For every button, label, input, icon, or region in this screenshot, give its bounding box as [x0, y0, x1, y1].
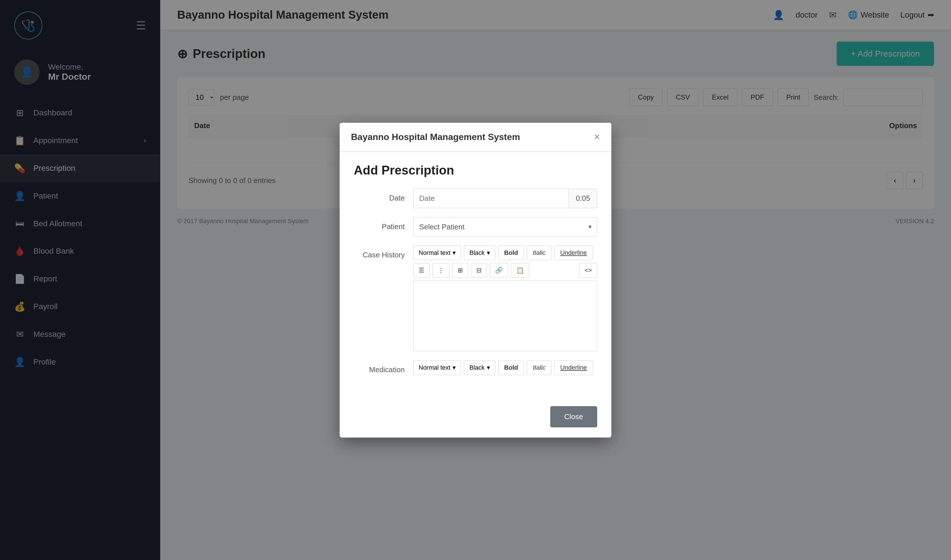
modal-close-button[interactable]: ×: [594, 132, 600, 142]
color-dropdown[interactable]: Black ▾: [464, 246, 495, 260]
case-history-icon-toolbar: ☰ ⋮ ⊞ ⊟ 🔗 📋 <>: [413, 263, 597, 278]
dropdown-arrow-icon: ▾: [487, 364, 490, 371]
modal-footer: Close: [340, 398, 611, 437]
link-icon[interactable]: 🔗: [490, 263, 508, 278]
bold-button[interactable]: Bold: [498, 246, 524, 260]
date-row: Date 0:05: [354, 189, 597, 208]
medication-text-format-dropdown[interactable]: Normal text ▾: [413, 360, 461, 375]
medication-italic-button[interactable]: Italic: [527, 360, 551, 375]
dropdown-arrow-icon: ▾: [453, 364, 456, 371]
patient-select[interactable]: Select Patient: [413, 217, 597, 237]
case-history-editor[interactable]: [413, 280, 597, 351]
underline-button[interactable]: Underline: [554, 246, 593, 260]
dropdown-arrow-icon: ▾: [453, 249, 456, 257]
patient-label: Patient: [354, 217, 405, 231]
case-history-row: Case History Normal text ▾ Black ▾ Bold: [354, 246, 597, 351]
clipboard-icon[interactable]: 📋: [511, 263, 529, 278]
modal: Bayanno Hospital Management System × Add…: [340, 123, 611, 437]
text-format-dropdown[interactable]: Normal text ▾: [413, 246, 461, 260]
indent-increase-icon[interactable]: ⊞: [452, 263, 468, 278]
medication-bold-button[interactable]: Bold: [498, 360, 524, 375]
ordered-list-icon[interactable]: ⋮: [433, 263, 450, 278]
date-input-wrap: 0:05: [413, 189, 597, 208]
dropdown-arrow-icon: ▾: [487, 249, 490, 257]
medication-row: Medication Normal text ▾ Black ▾ Bold It…: [354, 360, 597, 378]
patient-row: Patient Select Patient: [354, 217, 597, 237]
medication-label: Medication: [354, 360, 405, 374]
close-button[interactable]: Close: [550, 406, 597, 427]
modal-overlay: Bayanno Hospital Management System × Add…: [0, 0, 951, 560]
modal-body: Add Prescription Date 0:05 Patient: [340, 152, 611, 398]
select-patient-wrap: Select Patient: [413, 217, 597, 237]
medication-toolbar: Normal text ▾ Black ▾ Bold Italic Underl…: [413, 360, 597, 375]
indent-decrease-icon[interactable]: ⊟: [471, 263, 487, 278]
modal-header: Bayanno Hospital Management System ×: [340, 123, 611, 152]
code-icon[interactable]: <>: [579, 263, 597, 278]
case-history-toolbar: Normal text ▾ Black ▾ Bold Italic Underl…: [413, 246, 597, 260]
medication-underline-button[interactable]: Underline: [554, 360, 593, 375]
date-input[interactable]: [413, 189, 569, 208]
modal-dialog-title: Bayanno Hospital Management System: [351, 132, 520, 142]
unordered-list-icon[interactable]: ☰: [413, 263, 430, 278]
time-display: 0:05: [569, 189, 597, 208]
modal-heading: Add Prescription: [354, 163, 597, 177]
date-label: Date: [354, 189, 405, 203]
medication-color-dropdown[interactable]: Black ▾: [464, 360, 495, 375]
case-history-label: Case History: [354, 246, 405, 259]
italic-button[interactable]: Italic: [527, 246, 551, 260]
